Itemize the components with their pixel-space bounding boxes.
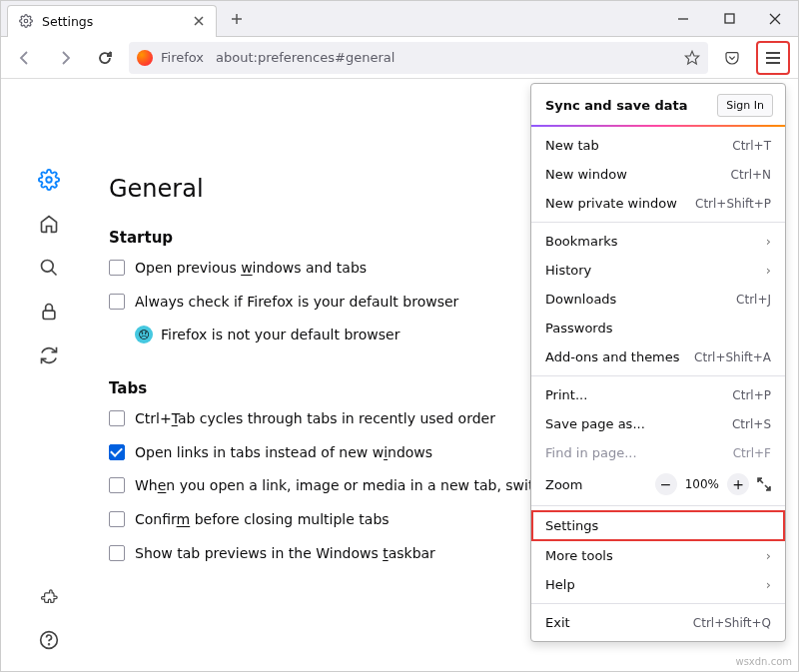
checkbox-when-open[interactable]: [109, 477, 125, 493]
window-close-button[interactable]: [752, 2, 798, 36]
urlbar-url-text: about:preferences#general: [216, 50, 395, 65]
menu-downloads[interactable]: DownloadsCtrl+J: [531, 285, 785, 314]
app-menu-panel: Sync and save data Sign In New tabCtrl+T…: [530, 83, 786, 642]
not-default-text: Firefox is not your default browser: [161, 327, 400, 342]
label-open-links: Open links in tabs instead of new window…: [135, 443, 432, 463]
chevron-right-icon: ›: [766, 234, 771, 249]
menu-zoom-label: Zoom: [545, 477, 653, 492]
menu-new-tab[interactable]: New tabCtrl+T: [531, 131, 785, 160]
menu-exit[interactable]: ExitCtrl+Shift+Q: [531, 608, 785, 637]
label-show-previews: Show tab previews in the Windows taskbar: [135, 544, 435, 564]
sidebar-sync-icon[interactable]: [38, 344, 60, 366]
svg-marker-2: [685, 51, 698, 64]
menu-help[interactable]: Help›: [531, 570, 785, 599]
menu-save-page-as[interactable]: Save page as...Ctrl+S: [531, 409, 785, 438]
menu-more-tools[interactable]: More tools›: [531, 541, 785, 570]
zoom-out-button[interactable]: −: [655, 473, 677, 495]
menu-find-in-page[interactable]: Find in page...Ctrl+F: [531, 438, 785, 467]
label-confirm-close: Confirm before closing multiple tabs: [135, 510, 390, 530]
menu-passwords[interactable]: Passwords: [531, 314, 785, 342]
toolbar: Firefox about:preferences#general: [1, 37, 798, 79]
title-bar: Settings: [1, 1, 798, 37]
menu-history[interactable]: History›: [531, 256, 785, 285]
reload-button[interactable]: [89, 42, 121, 74]
svg-point-3: [46, 177, 52, 183]
menu-settings[interactable]: Settings: [531, 510, 785, 541]
menu-bookmarks[interactable]: Bookmarks›: [531, 227, 785, 256]
menu-sync-title: Sync and save data: [545, 98, 688, 113]
menu-signin-button[interactable]: Sign In: [717, 94, 773, 117]
chevron-right-icon: ›: [766, 548, 771, 563]
zoom-in-button[interactable]: +: [727, 473, 749, 495]
new-tab-button[interactable]: [223, 5, 251, 33]
menu-new-window[interactable]: New windowCtrl+N: [531, 160, 785, 189]
browser-tab-settings[interactable]: Settings: [7, 5, 217, 37]
checkbox-confirm-close[interactable]: [109, 511, 125, 527]
sidebar-search-icon[interactable]: [38, 257, 60, 279]
checkbox-always-check[interactable]: [109, 294, 125, 310]
menu-print[interactable]: Print...Ctrl+P: [531, 380, 785, 409]
checkbox-show-previews[interactable]: [109, 545, 125, 561]
sidebar-privacy-icon[interactable]: [38, 301, 60, 323]
menu-addons[interactable]: Add-ons and themesCtrl+Shift+A: [531, 342, 785, 371]
checkbox-ctrl-tab[interactable]: [109, 410, 125, 426]
svg-rect-1: [725, 14, 734, 23]
checkbox-open-previous[interactable]: [109, 260, 125, 276]
menu-gradient-divider: [531, 125, 785, 127]
gear-icon: [18, 13, 34, 29]
label-always-check: Always check if Firefox is your default …: [135, 293, 458, 313]
label-ctrl-tab: Ctrl+Tab cycles through tabs in recently…: [135, 409, 495, 429]
back-button[interactable]: [9, 42, 41, 74]
menu-zoom-row: Zoom − 100% +: [531, 467, 785, 501]
forward-button[interactable]: [49, 42, 81, 74]
window-maximize-button[interactable]: [706, 2, 752, 36]
window-minimize-button[interactable]: [660, 2, 706, 36]
menu-new-private-window[interactable]: New private windowCtrl+Shift+P: [531, 189, 785, 218]
sidebar-home-icon[interactable]: [38, 213, 60, 235]
label-when-open: When you open a link, image or media in …: [135, 476, 560, 496]
chevron-right-icon: ›: [766, 263, 771, 278]
url-bar[interactable]: Firefox about:preferences#general: [129, 42, 708, 74]
svg-point-0: [24, 19, 28, 23]
tab-close-button[interactable]: [192, 14, 206, 28]
fullscreen-icon[interactable]: [757, 477, 771, 491]
label-open-previous: Open previous windows and tabs: [135, 259, 367, 279]
sidebar-extensions-icon[interactable]: [38, 585, 60, 607]
pocket-button[interactable]: [716, 42, 748, 74]
firefox-icon: [137, 50, 153, 66]
sidebar-general-icon[interactable]: [38, 169, 60, 191]
settings-sidebar: [1, 79, 97, 671]
svg-point-4: [42, 261, 54, 273]
app-menu-button[interactable]: [756, 41, 790, 75]
zoom-value: 100%: [685, 477, 719, 491]
tab-title: Settings: [42, 14, 184, 29]
bookmark-star-icon[interactable]: [684, 50, 700, 66]
svg-rect-5: [43, 311, 55, 319]
urlbar-browser-label: Firefox: [161, 50, 204, 65]
svg-point-7: [49, 644, 50, 645]
sidebar-help-icon[interactable]: [38, 629, 60, 651]
chevron-right-icon: ›: [766, 577, 771, 592]
watermark: wsxdn.com: [735, 656, 792, 667]
sad-face-icon: 😞: [135, 326, 153, 343]
checkbox-open-links[interactable]: [109, 444, 125, 460]
